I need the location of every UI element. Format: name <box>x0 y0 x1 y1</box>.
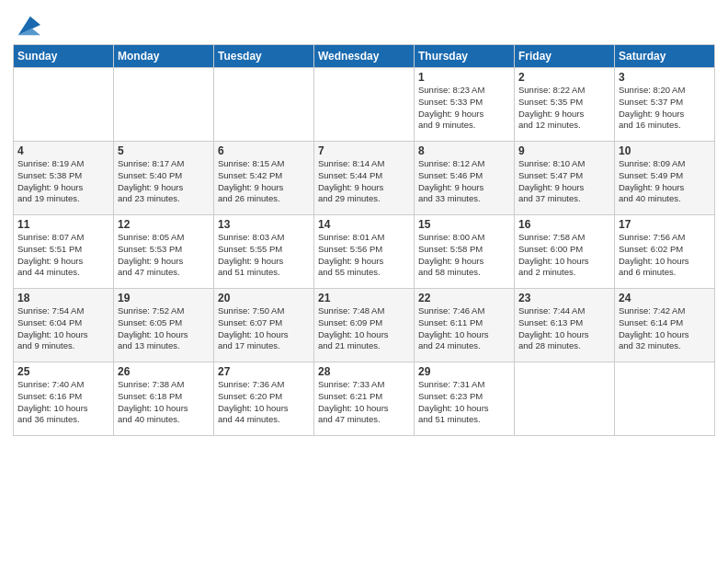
calendar-cell: 12Sunrise: 8:05 AM Sunset: 5:53 PM Dayli… <box>114 215 214 289</box>
day-info: Sunrise: 8:07 AM Sunset: 5:51 PM Dayligh… <box>17 232 109 279</box>
calendar-header-row: SundayMondayTuesdayWednesdayThursdayFrid… <box>14 45 715 68</box>
calendar-cell: 15Sunrise: 8:00 AM Sunset: 5:58 PM Dayli… <box>415 215 515 289</box>
calendar-cell: 8Sunrise: 8:12 AM Sunset: 5:46 PM Daylig… <box>415 142 515 215</box>
day-info: Sunrise: 8:09 AM Sunset: 5:49 PM Dayligh… <box>619 158 711 205</box>
day-header-monday: Monday <box>114 45 214 68</box>
day-info: Sunrise: 8:20 AM Sunset: 5:37 PM Dayligh… <box>619 85 711 132</box>
calendar-cell: 10Sunrise: 8:09 AM Sunset: 5:49 PM Dayli… <box>615 142 715 215</box>
calendar-cell: 9Sunrise: 8:10 AM Sunset: 5:47 PM Daylig… <box>515 142 615 215</box>
calendar-cell: 18Sunrise: 7:54 AM Sunset: 6:04 PM Dayli… <box>14 289 114 362</box>
calendar-cell: 21Sunrise: 7:48 AM Sunset: 6:09 PM Dayli… <box>314 289 415 362</box>
day-number: 20 <box>218 292 310 304</box>
calendar-table: SundayMondayTuesdayWednesdayThursdayFrid… <box>13 44 715 436</box>
day-info: Sunrise: 8:12 AM Sunset: 5:46 PM Dayligh… <box>418 158 510 205</box>
day-number: 8 <box>418 144 510 157</box>
day-header-sunday: Sunday <box>14 45 114 68</box>
day-header-thursday: Thursday <box>415 45 515 68</box>
day-number: 1 <box>418 71 510 84</box>
day-info: Sunrise: 7:48 AM Sunset: 6:09 PM Dayligh… <box>318 305 410 352</box>
day-info: Sunrise: 7:52 AM Sunset: 6:05 PM Dayligh… <box>118 305 210 352</box>
day-info: Sunrise: 8:22 AM Sunset: 5:35 PM Dayligh… <box>518 85 610 132</box>
calendar-cell: 3Sunrise: 8:20 AM Sunset: 5:37 PM Daylig… <box>615 68 715 142</box>
day-number: 18 <box>17 292 109 304</box>
calendar-cell: 26Sunrise: 7:38 AM Sunset: 6:18 PM Dayli… <box>114 362 214 436</box>
calendar-week-row: 18Sunrise: 7:54 AM Sunset: 6:04 PM Dayli… <box>14 289 715 362</box>
calendar-cell: 22Sunrise: 7:46 AM Sunset: 6:11 PM Dayli… <box>415 289 515 362</box>
day-info: Sunrise: 7:56 AM Sunset: 6:02 PM Dayligh… <box>619 232 711 279</box>
day-info: Sunrise: 8:19 AM Sunset: 5:38 PM Dayligh… <box>17 158 109 205</box>
day-number: 10 <box>619 144 711 157</box>
calendar-week-row: 25Sunrise: 7:40 AM Sunset: 6:16 PM Dayli… <box>14 362 715 436</box>
calendar-cell: 6Sunrise: 8:15 AM Sunset: 5:42 PM Daylig… <box>214 142 314 215</box>
day-info: Sunrise: 8:05 AM Sunset: 5:53 PM Dayligh… <box>118 232 210 279</box>
calendar-cell: 13Sunrise: 8:03 AM Sunset: 5:55 PM Dayli… <box>214 215 314 289</box>
calendar-cell: 19Sunrise: 7:52 AM Sunset: 6:05 PM Dayli… <box>114 289 214 362</box>
calendar-cell: 2Sunrise: 8:22 AM Sunset: 5:35 PM Daylig… <box>515 68 615 142</box>
calendar-cell: 14Sunrise: 8:01 AM Sunset: 5:56 PM Dayli… <box>314 215 415 289</box>
day-number: 5 <box>118 144 210 157</box>
day-number: 4 <box>17 144 109 157</box>
calendar-week-row: 1Sunrise: 8:23 AM Sunset: 5:33 PM Daylig… <box>14 68 715 142</box>
day-header-tuesday: Tuesday <box>214 45 314 68</box>
day-header-friday: Friday <box>515 45 615 68</box>
calendar-cell <box>114 68 214 142</box>
day-info: Sunrise: 7:36 AM Sunset: 6:20 PM Dayligh… <box>218 379 310 426</box>
day-header-saturday: Saturday <box>615 45 715 68</box>
day-number: 6 <box>218 144 310 157</box>
day-info: Sunrise: 8:15 AM Sunset: 5:42 PM Dayligh… <box>218 158 310 205</box>
day-number: 27 <box>218 365 310 378</box>
calendar-cell: 11Sunrise: 8:07 AM Sunset: 5:51 PM Dayli… <box>14 215 114 289</box>
day-number: 7 <box>318 144 410 157</box>
calendar-cell <box>14 68 114 142</box>
day-info: Sunrise: 7:46 AM Sunset: 6:11 PM Dayligh… <box>418 305 510 352</box>
calendar-cell: 24Sunrise: 7:42 AM Sunset: 6:14 PM Dayli… <box>615 289 715 362</box>
day-number: 19 <box>118 292 210 304</box>
calendar-cell: 7Sunrise: 8:14 AM Sunset: 5:44 PM Daylig… <box>314 142 415 215</box>
day-info: Sunrise: 8:03 AM Sunset: 5:55 PM Dayligh… <box>218 232 310 279</box>
day-number: 16 <box>518 218 610 231</box>
day-info: Sunrise: 8:17 AM Sunset: 5:40 PM Dayligh… <box>118 158 210 205</box>
header <box>13 9 715 39</box>
calendar-cell: 23Sunrise: 7:44 AM Sunset: 6:13 PM Dayli… <box>515 289 615 362</box>
day-number: 3 <box>619 71 711 84</box>
day-number: 13 <box>218 218 310 231</box>
day-info: Sunrise: 7:33 AM Sunset: 6:21 PM Dayligh… <box>318 379 410 426</box>
day-number: 26 <box>118 365 210 378</box>
day-info: Sunrise: 8:01 AM Sunset: 5:56 PM Dayligh… <box>318 232 410 279</box>
day-info: Sunrise: 8:14 AM Sunset: 5:44 PM Dayligh… <box>318 158 410 205</box>
day-info: Sunrise: 8:10 AM Sunset: 5:47 PM Dayligh… <box>518 158 610 205</box>
logo <box>13 13 40 39</box>
calendar-week-row: 4Sunrise: 8:19 AM Sunset: 5:38 PM Daylig… <box>14 142 715 215</box>
day-info: Sunrise: 7:42 AM Sunset: 6:14 PM Dayligh… <box>619 305 711 352</box>
day-number: 23 <box>518 292 610 304</box>
day-info: Sunrise: 8:23 AM Sunset: 5:33 PM Dayligh… <box>418 85 510 132</box>
calendar-cell: 1Sunrise: 8:23 AM Sunset: 5:33 PM Daylig… <box>415 68 515 142</box>
calendar-cell: 17Sunrise: 7:56 AM Sunset: 6:02 PM Dayli… <box>615 215 715 289</box>
day-number: 9 <box>518 144 610 157</box>
calendar-cell <box>615 362 715 436</box>
day-number: 21 <box>318 292 410 304</box>
day-number: 12 <box>118 218 210 231</box>
calendar-cell <box>214 68 314 142</box>
calendar-cell: 25Sunrise: 7:40 AM Sunset: 6:16 PM Dayli… <box>14 362 114 436</box>
calendar-cell: 4Sunrise: 8:19 AM Sunset: 5:38 PM Daylig… <box>14 142 114 215</box>
day-info: Sunrise: 7:54 AM Sunset: 6:04 PM Dayligh… <box>17 305 109 352</box>
day-number: 24 <box>619 292 711 304</box>
calendar-week-row: 11Sunrise: 8:07 AM Sunset: 5:51 PM Dayli… <box>14 215 715 289</box>
day-number: 14 <box>318 218 410 231</box>
page-container: SundayMondayTuesdayWednesdayThursdayFrid… <box>0 0 728 442</box>
calendar-cell: 27Sunrise: 7:36 AM Sunset: 6:20 PM Dayli… <box>214 362 314 436</box>
day-number: 2 <box>518 71 610 84</box>
day-number: 15 <box>418 218 510 231</box>
day-info: Sunrise: 7:31 AM Sunset: 6:23 PM Dayligh… <box>418 379 510 426</box>
day-header-wednesday: Wednesday <box>314 45 415 68</box>
calendar-cell: 20Sunrise: 7:50 AM Sunset: 6:07 PM Dayli… <box>214 289 314 362</box>
logo-icon <box>15 13 40 39</box>
day-info: Sunrise: 7:58 AM Sunset: 6:00 PM Dayligh… <box>518 232 610 279</box>
calendar-cell: 28Sunrise: 7:33 AM Sunset: 6:21 PM Dayli… <box>314 362 415 436</box>
day-number: 28 <box>318 365 410 378</box>
day-number: 25 <box>17 365 109 378</box>
day-number: 11 <box>17 218 109 231</box>
day-info: Sunrise: 7:38 AM Sunset: 6:18 PM Dayligh… <box>118 379 210 426</box>
day-number: 29 <box>418 365 510 378</box>
